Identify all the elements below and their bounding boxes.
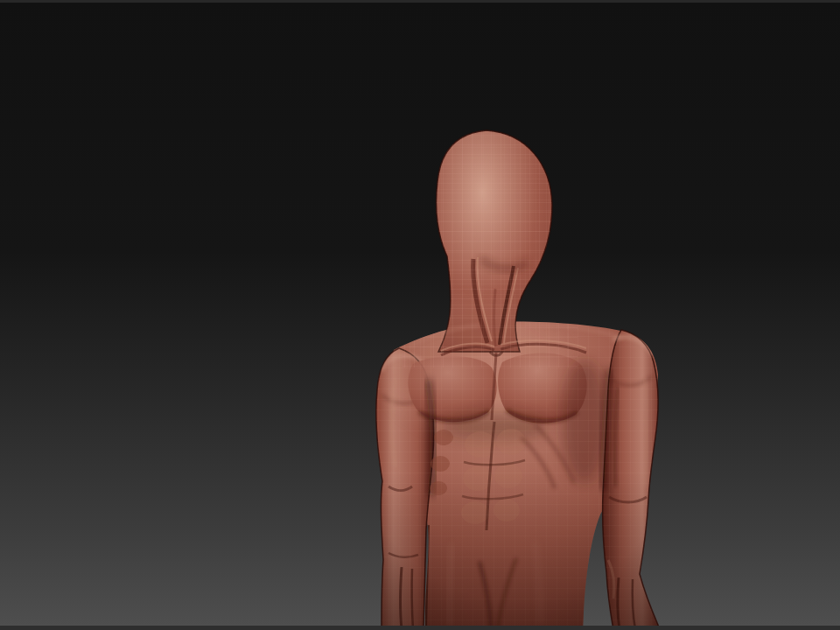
top-border-bar: [0, 0, 840, 3]
viewport-canvas[interactable]: [0, 0, 840, 630]
app-window: [0, 0, 840, 630]
bottom-border-bar: [0, 626, 840, 630]
